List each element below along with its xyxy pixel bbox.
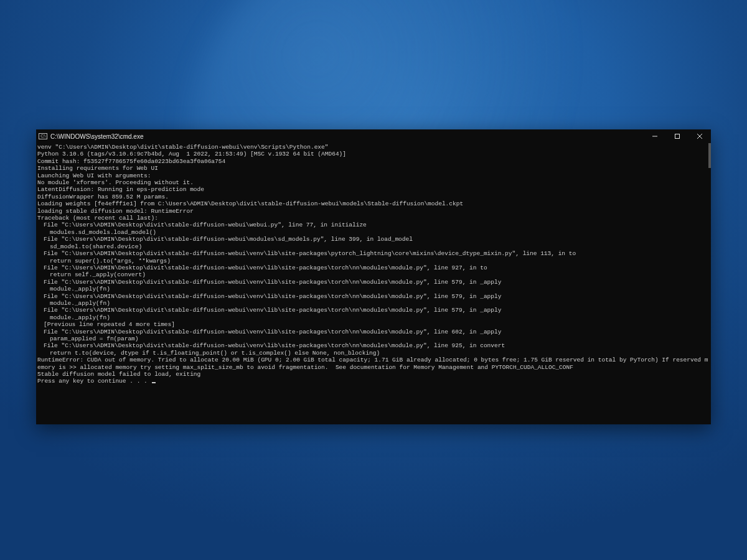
console-line: File "C:\Users\ADMIN\Desktop\divit\stabl… bbox=[37, 264, 710, 271]
console-line: Loading weights [fe4efff1e1] from C:\Use… bbox=[37, 200, 710, 207]
console-line: File "C:\Users\ADMIN\Desktop\divit\stabl… bbox=[37, 342, 710, 349]
console-line: Installing requirements for Web UI bbox=[37, 165, 710, 172]
console-line: File "C:\Users\ADMIN\Desktop\divit\stabl… bbox=[37, 222, 710, 228]
console-line: File "C:\Users\ADMIN\Desktop\divit\stabl… bbox=[37, 329, 710, 335]
console-client-area[interactable]: venv "C:\Users\ADMIN\Desktop\divit\stabl… bbox=[36, 143, 711, 424]
svg-rect-1 bbox=[675, 134, 680, 139]
console-line: Commit hash: f53527f7786575fe60da0223bd6… bbox=[37, 158, 710, 165]
console-line: RuntimeError: CUDA out of memory. Tried … bbox=[37, 357, 710, 371]
console-prompt: Press any key to continue . . . bbox=[37, 378, 710, 385]
console-line: File "C:\Users\ADMIN\Desktop\divit\stabl… bbox=[37, 279, 710, 286]
minimize-icon bbox=[652, 133, 658, 139]
console-line: File "C:\Users\ADMIN\Desktop\divit\stabl… bbox=[37, 250, 710, 257]
console-line: [Previous line repeated 4 more times] bbox=[37, 321, 710, 328]
titlebar[interactable]: C:\ C:\WINDOWS\system32\cmd.exe bbox=[36, 129, 711, 143]
cmd-icon: C:\ bbox=[39, 133, 47, 139]
close-button[interactable] bbox=[688, 129, 711, 143]
console-line: File "C:\Users\ADMIN\Desktop\divit\stabl… bbox=[37, 293, 710, 300]
console-line: Traceback (most recent call last): bbox=[37, 215, 710, 222]
console-output: venv "C:\Users\ADMIN\Desktop\divit\stabl… bbox=[36, 143, 711, 424]
console-line: sd_model.to(shared.device) bbox=[37, 243, 710, 250]
console-line: loading stable diffusion model: RuntimeE… bbox=[37, 208, 710, 215]
console-line: DiffusionWrapper has 859.52 M params. bbox=[37, 194, 710, 200]
console-line: modules.sd_models.load_model() bbox=[37, 229, 710, 236]
console-line: return self._apply(convert) bbox=[37, 271, 710, 278]
console-line: LatentDiffusion: Running in eps-predicti… bbox=[37, 186, 710, 193]
console-line: Stable diffusion model failed to load, e… bbox=[37, 371, 710, 378]
maximize-icon bbox=[674, 133, 680, 139]
console-line: Launching Web UI with arguments: bbox=[37, 172, 710, 179]
console-line: File "C:\Users\ADMIN\Desktop\divit\stabl… bbox=[37, 307, 710, 314]
console-line: module._apply(fn) bbox=[37, 300, 710, 307]
console-line: File "C:\Users\ADMIN\Desktop\divit\stabl… bbox=[37, 236, 710, 243]
console-line: module._apply(fn) bbox=[37, 314, 710, 321]
maximize-button[interactable] bbox=[666, 129, 688, 143]
cmd-window: C:\ C:\WINDOWS\system32\cmd.exe venv "C:… bbox=[36, 129, 711, 424]
console-line: return t.to(device, dtype if t.is_floati… bbox=[37, 350, 710, 357]
close-icon bbox=[697, 133, 703, 139]
console-line: return super().to(*args, **kwargs) bbox=[37, 258, 710, 264]
window-title: C:\WINDOWS\system32\cmd.exe bbox=[50, 133, 143, 140]
minimize-button[interactable] bbox=[644, 129, 666, 143]
console-line: param_applied = fn(param) bbox=[37, 335, 710, 342]
console-line: Python 3.10.6 (tags/v3.10.6:9c7b4bd, Aug… bbox=[37, 151, 710, 157]
console-line: module._apply(fn) bbox=[37, 286, 710, 292]
cursor bbox=[152, 382, 156, 383]
console-line: No module 'xformers'. Proceeding without… bbox=[37, 179, 710, 186]
console-line: venv "C:\Users\ADMIN\Desktop\divit\stabl… bbox=[37, 144, 710, 151]
